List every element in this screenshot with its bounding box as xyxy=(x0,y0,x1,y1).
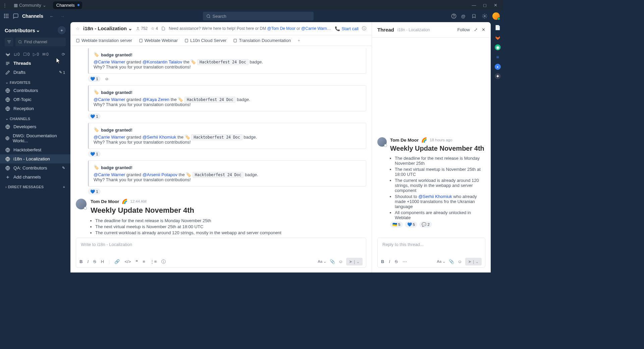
rail-video-icon[interactable]: ▪ xyxy=(495,64,501,70)
channel-bookmark-link[interactable]: Weblate translation server xyxy=(76,38,132,43)
rail-green-icon[interactable]: ◉ xyxy=(495,44,501,50)
pipelines[interactable]: ▷ 0 xyxy=(33,52,39,57)
number-list-button[interactable]: ⋮≡ xyxy=(150,259,157,264)
italic-button[interactable]: I xyxy=(389,259,390,264)
pinned-count[interactable]: ☆ 4 xyxy=(151,26,158,31)
reaction[interactable]: 💙 1 xyxy=(88,151,101,157)
attach-button[interactable]: 📎 xyxy=(449,259,454,264)
rail-sparkle-icon[interactable]: ✦ xyxy=(495,73,501,79)
reaction[interactable]: 💙 1 xyxy=(88,113,101,119)
add-channels[interactable]: Add channels xyxy=(0,172,70,182)
global-search[interactable]: Search xyxy=(203,12,314,20)
reaction[interactable]: 💬 2 xyxy=(419,221,432,228)
heading-button[interactable]: H xyxy=(101,259,104,264)
refresh-icon[interactable]: ⟳ xyxy=(62,52,65,57)
channel-name[interactable]: i18n - Localization ⌄ xyxy=(83,26,132,32)
messages[interactable]: ✉ 0 xyxy=(42,52,49,57)
attach-button[interactable]: 📎 xyxy=(330,259,335,264)
apps-grid-icon[interactable] xyxy=(3,13,9,19)
info-button[interactable]: ⓘ xyxy=(161,259,166,265)
channel-bookmark-link[interactable]: L10n Cloud Server xyxy=(184,38,226,43)
format-button[interactable]: Aa ⌄ xyxy=(318,259,327,264)
rail-doc-icon[interactable]: 📄 xyxy=(494,24,501,31)
avatar[interactable] xyxy=(76,199,87,209)
expand-icon[interactable]: ⤢ xyxy=(474,27,478,32)
strike-button[interactable]: S xyxy=(395,259,398,264)
messages-icon[interactable] xyxy=(13,13,19,19)
info-icon[interactable]: ⓘ xyxy=(362,26,366,32)
reaction[interactable]: 💙 5 xyxy=(405,221,418,228)
nav-back[interactable]: ← xyxy=(49,13,55,19)
message-author[interactable]: Tom De Moor xyxy=(91,199,119,204)
sidebar-drafts[interactable]: Drafts ✎ 1 xyxy=(0,68,70,77)
send-button[interactable]: ➤ | ⌄ xyxy=(346,258,363,265)
user-avatar[interactable] xyxy=(492,12,500,20)
bold-button[interactable]: B xyxy=(79,259,83,264)
channel-search[interactable]: Find channel xyxy=(15,38,66,46)
channel-topic[interactable]: Need assistance? We're here to help! Pos… xyxy=(169,26,332,31)
channel-bookmark-link[interactable]: Weblate Webinar xyxy=(139,38,178,43)
sidebar-channel-item[interactable]: Off-Topic xyxy=(0,95,70,104)
sidebar-channel-item[interactable]: Developers xyxy=(0,122,70,131)
new-message-button[interactable]: + xyxy=(58,26,66,34)
doc-icon[interactable] xyxy=(161,27,165,31)
reaction[interactable]: 🇺🇦 5 xyxy=(390,221,403,228)
bullet-list-button[interactable]: ≡ xyxy=(143,259,145,264)
rail-gitlab-icon[interactable] xyxy=(494,34,501,41)
tab-channels[interactable]: Channels xyxy=(53,1,82,9)
reaction[interactable]: 💙 1 xyxy=(88,189,101,195)
mention-icon[interactable]: @ xyxy=(460,13,466,19)
avatar[interactable] xyxy=(377,137,387,147)
bookmark-icon[interactable] xyxy=(471,13,477,19)
merge-requests[interactable]: ⊔ 0 xyxy=(14,52,20,57)
message-composer[interactable]: Write to i18n - Localization B I S H | 🔗… xyxy=(76,238,366,268)
help-icon[interactable] xyxy=(451,13,457,19)
link-button[interactable]: 🔗 xyxy=(114,259,120,264)
sidebar-channel-item[interactable]: Hacktoberfest xyxy=(0,145,70,154)
italic-button[interactable]: I xyxy=(87,259,89,264)
minimize-button[interactable]: — xyxy=(472,3,476,7)
add-reaction[interactable]: ☺ xyxy=(103,76,111,82)
rail-list-icon[interactable]: ≡ xyxy=(494,54,501,60)
maximize-button[interactable]: ◻ xyxy=(482,3,487,7)
add-bookmark[interactable]: + xyxy=(298,38,300,43)
start-call-button[interactable]: 📞 Start call xyxy=(335,26,359,31)
bold-button[interactable]: B xyxy=(381,259,384,264)
sidebar-channel-item[interactable]: i18n - Localization xyxy=(0,154,70,163)
channel-bookmark-link[interactable]: Translation Documentation xyxy=(233,38,291,43)
menu-icon[interactable]: ⋮ xyxy=(3,3,7,8)
send-button[interactable]: ➤ | ⌄ xyxy=(465,258,482,265)
emoji-button[interactable]: ☺ xyxy=(458,259,462,264)
format-button[interactable]: Aa ⌄ xyxy=(437,259,446,264)
quote-button[interactable]: ❝ xyxy=(136,259,138,264)
sidebar-channel-item[interactable]: DWG: Documentation Worki... xyxy=(0,131,70,145)
sidebar-channel-item[interactable]: Reception xyxy=(0,104,70,113)
channels-header[interactable]: ⌄ CHANNELS xyxy=(0,113,70,122)
settings-icon[interactable] xyxy=(482,13,488,19)
thread-composer[interactable]: Reply to this thread... B I S ⋯ Aa ⌄ 📎 ☺… xyxy=(377,238,485,268)
more-button[interactable]: ⋯ xyxy=(402,259,407,264)
nav-forward[interactable]: → xyxy=(59,13,65,19)
gitlab-icon[interactable] xyxy=(5,52,10,57)
community-dropdown[interactable]: ▦ Community ⌄ xyxy=(11,1,49,9)
message-author[interactable]: Tom De Moor xyxy=(390,138,419,143)
add-dm[interactable]: + xyxy=(63,185,65,189)
close-button[interactable]: ✕ xyxy=(493,3,498,7)
composer-input[interactable]: Write to i18n - Localization xyxy=(76,238,366,256)
strike-button[interactable]: S xyxy=(93,259,96,264)
code-button[interactable]: </> xyxy=(124,259,131,264)
workspace-switcher[interactable]: Contributors ⌄ xyxy=(5,27,40,33)
thread-input[interactable]: Reply to this thread... xyxy=(378,238,485,256)
sidebar-channel-item[interactable]: QA: Contributors✎ xyxy=(0,163,70,172)
follow-button[interactable]: Follow xyxy=(457,27,470,32)
dm-header[interactable]: › DIRECT MESSAGES + xyxy=(0,182,70,190)
issues[interactable]: ☐ 0 xyxy=(23,52,30,57)
favorites-header[interactable]: ⌄ FAVORITES xyxy=(0,77,70,86)
close-thread-icon[interactable]: ✕ xyxy=(482,27,485,32)
filter-button[interactable] xyxy=(5,38,13,46)
sidebar-channel-item[interactable]: Contributors xyxy=(0,86,70,95)
sidebar-threads[interactable]: Threads xyxy=(0,59,70,68)
emoji-button[interactable]: ☺ xyxy=(338,259,343,264)
star-icon[interactable]: ☆ xyxy=(76,26,80,31)
reaction[interactable]: 💙 1 xyxy=(88,76,101,82)
